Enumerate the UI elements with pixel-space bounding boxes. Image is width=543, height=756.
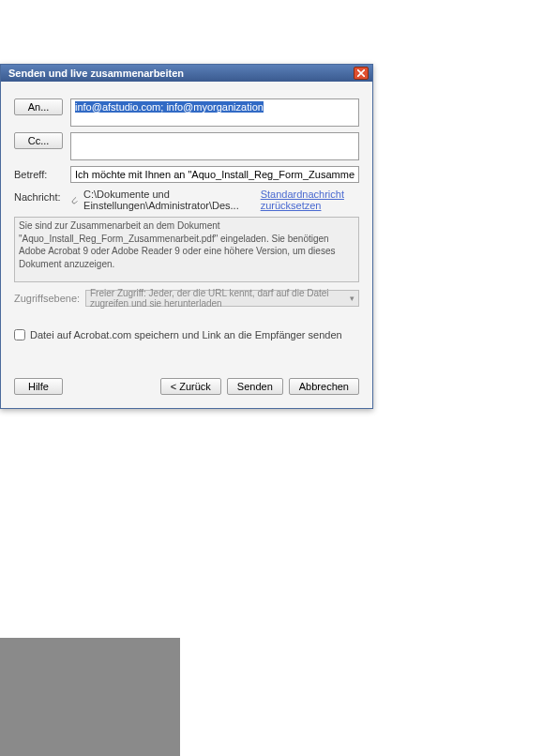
attachment-row: C:\Dokumente und Einstellungen\Administr… [70,189,359,211]
dialog-title: Senden und live zusammenarbeiten [8,68,184,79]
cc-field[interactable] [70,132,359,160]
send-collaborate-dialog: Senden und live zusammenarbeiten An... i… [0,64,373,409]
button-row: Hilfe < Zurück Senden Abbrechen [14,378,359,399]
message-label: Nachricht: [14,189,63,203]
access-row: Zugriffsebene: Freier Zugriff: Jeder, de… [14,290,359,307]
save-acrobat-label: Datei auf Acrobat.com speichern und Link… [30,329,342,340]
to-field[interactable]: info@afstudio.com; info@myorganization [70,98,359,127]
dialog-body: An... info@afstudio.com; info@myorganiza… [1,82,372,408]
access-value: Freier Zugriff: Jeder, der die URL kennt… [90,288,350,309]
paperclip-icon [70,193,78,206]
subject-label: Betreff: [14,166,63,180]
close-button[interactable] [354,67,369,80]
attachment-path: C:\Dokumente und Einstellungen\Administr… [83,189,248,211]
cancel-button[interactable]: Abbrechen [289,378,359,395]
message-body[interactable]: Sie sind zur Zusammenarbeit an dem Dokum… [14,217,359,282]
save-acrobat-checkbox[interactable] [14,329,25,340]
to-button[interactable]: An... [14,98,63,115]
chevron-down-icon: ▾ [350,294,354,303]
to-value: info@afstudio.com; info@myorganization [75,101,264,113]
save-acrobat-checkbox-row: Datei auf Acrobat.com speichern und Link… [14,329,359,340]
cc-button[interactable]: Cc... [14,132,63,149]
subject-field[interactable] [70,166,359,183]
access-label: Zugriffsebene: [14,293,78,304]
back-button[interactable]: < Zurück [160,378,221,395]
help-button[interactable]: Hilfe [14,378,63,395]
message-line: Sie sind zur Zusammenarbeit an dem Dokum… [19,219,354,270]
send-button[interactable]: Senden [227,378,283,395]
reset-message-link[interactable]: Standardnachricht zurücksetzen [261,189,359,211]
access-select[interactable]: Freier Zugriff: Jeder, der die URL kennt… [85,290,359,307]
close-icon [357,69,365,77]
decorative-block [0,638,180,756]
titlebar: Senden und live zusammenarbeiten [1,65,372,82]
